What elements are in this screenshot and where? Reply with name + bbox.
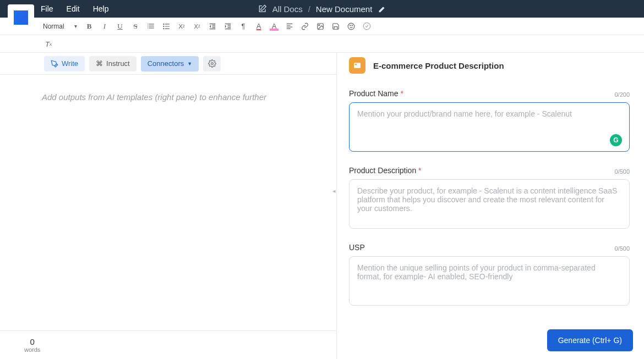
svg-rect-11 (354, 64, 357, 65)
app-topbar: File Edit Help All Docs / New Document (0, 0, 644, 18)
grammarly-icon[interactable]: G (610, 134, 622, 146)
emoji-button[interactable] (347, 22, 356, 31)
word-count: 0 words (24, 337, 40, 353)
breadcrumb: All Docs / New Document (258, 4, 386, 14)
editor-area[interactable]: Add outputs from AI templates (right pan… (0, 75, 336, 330)
menu-file[interactable]: File (41, 4, 53, 13)
app-logo[interactable] (8, 4, 34, 31)
text-color-button[interactable]: A (254, 22, 263, 31)
ordered-list-button[interactable] (146, 22, 155, 31)
command-icon: ⌘ (96, 59, 103, 68)
usp-input[interactable] (349, 256, 630, 306)
product-desc-count: 0/500 (614, 168, 630, 175)
link-button[interactable] (301, 22, 309, 31)
subscript-button[interactable]: X2 (177, 22, 186, 31)
menu-help[interactable]: Help (93, 4, 109, 13)
editor-toolbar: Normal▾ B I U S X2 X2 ¶ A A Tx (0, 18, 644, 53)
pen-icon (51, 60, 58, 68)
generate-button[interactable]: Generate (Ctrl+ G) (547, 329, 633, 351)
save-button[interactable] (331, 22, 340, 31)
align-button[interactable] (285, 22, 294, 31)
write-chip[interactable]: Write (44, 56, 85, 71)
image-button[interactable] (316, 22, 325, 31)
svg-point-5 (348, 23, 354, 30)
svg-point-1 (163, 25, 164, 26)
connectors-chip[interactable]: Connectors ▼ (141, 56, 199, 71)
breadcrumb-all-docs[interactable]: All Docs (272, 4, 303, 14)
usp-label: USP (349, 243, 365, 252)
template-icon (349, 57, 365, 74)
product-desc-input[interactable] (349, 179, 630, 229)
paragraph-style-select[interactable]: Normal▾ (43, 23, 77, 30)
superscript-button[interactable]: X2 (193, 22, 201, 31)
editor-placeholder: Add outputs from AI templates (right pan… (42, 92, 325, 102)
product-name-count: 0/200 (614, 91, 630, 98)
direction-button[interactable]: ¶ (239, 22, 248, 31)
unordered-list-button[interactable] (162, 22, 171, 31)
pencil-icon[interactable] (378, 5, 386, 13)
usp-count: 0/500 (614, 245, 630, 252)
indent-button[interactable] (223, 22, 232, 31)
breadcrumb-sep: / (308, 4, 310, 14)
breadcrumb-doc[interactable]: New Document (316, 4, 373, 14)
svg-point-2 (163, 27, 164, 29)
svg-rect-10 (354, 63, 361, 68)
check-button[interactable] (362, 22, 371, 31)
menu-edit[interactable]: Edit (67, 4, 80, 13)
svg-point-6 (350, 25, 351, 25)
svg-point-0 (163, 23, 164, 24)
italic-button[interactable]: I (100, 22, 109, 31)
svg-point-4 (319, 24, 320, 25)
ai-template-pane: < Back to All AI Templates E-commerce Pr… (337, 18, 644, 359)
edit-icon[interactable] (258, 4, 267, 13)
gear-icon (208, 59, 216, 68)
editor-footer: 0 words (0, 330, 336, 359)
settings-chip[interactable] (203, 56, 221, 71)
product-desc-label: Product Description * (349, 166, 422, 175)
editor-subbar: Write ⌘ Instruct Connectors ▼ (0, 53, 336, 75)
bold-button[interactable]: B (85, 22, 94, 31)
highlight-button[interactable]: A (270, 22, 279, 31)
strike-button[interactable]: S (131, 22, 140, 31)
svg-point-7 (352, 25, 352, 25)
clear-format-button[interactable]: Tx (44, 40, 53, 48)
product-name-label: Product Name * (349, 89, 403, 98)
outdent-button[interactable] (208, 22, 217, 31)
underline-button[interactable]: U (116, 22, 124, 31)
chevron-down-icon: ▼ (187, 61, 192, 67)
instruct-chip[interactable]: ⌘ Instruct (89, 56, 137, 71)
svg-point-8 (363, 23, 370, 30)
template-title: E-commerce Product Description (373, 61, 504, 70)
svg-point-9 (211, 63, 213, 65)
product-name-input[interactable] (349, 102, 630, 152)
